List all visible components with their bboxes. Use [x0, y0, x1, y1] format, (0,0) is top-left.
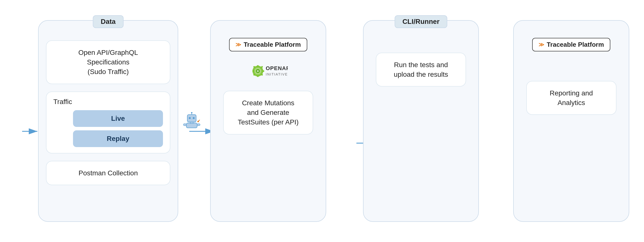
col1-panel: Data Open API/GraphQL Specifications (Su… — [38, 20, 178, 222]
col3-panel: CLI/Runner Run the tests and upload the … — [363, 20, 479, 222]
svg-rect-15 — [197, 124, 200, 126]
svg-text:OPENAPI: OPENAPI — [266, 65, 288, 71]
svg-point-8 — [189, 117, 191, 119]
col1-items: Open API/GraphQL Specifications (Sudo Tr… — [46, 40, 170, 185]
create-mutations-text: Create Mutations and Generate TestSuites… — [238, 99, 298, 126]
arrow-spacer-2 — [326, 20, 358, 222]
postman-collection-text: Postman Collection — [78, 169, 138, 177]
col4-inner: ≫ Traceable Platform Reporting and Analy… — [521, 38, 622, 115]
svg-rect-20 — [257, 65, 258, 67]
openapi-spec-card: Open API/GraphQL Specifications (Sudo Tr… — [46, 40, 170, 84]
col2-platform-badge: ≫ Traceable Platform — [229, 38, 307, 51]
col4-badge-icon: ≫ — [538, 42, 544, 48]
col3-label: CLI/Runner — [394, 15, 447, 28]
reporting-analytics-card: Reporting and Analytics — [526, 81, 616, 115]
col4-badge-text: Traceable Platform — [547, 41, 604, 49]
svg-rect-7 — [187, 115, 196, 122]
traffic-label: Traffic — [53, 98, 163, 106]
diagram-container: Data Open API/GraphQL Specifications (Su… — [15, 10, 629, 232]
openapi-logo-svg: OPENAPI INITIATIVE — [248, 61, 288, 81]
api-robot-icon — [183, 112, 200, 130]
run-tests-text: Run the tests and upload the results — [394, 61, 448, 78]
col4-panel: ≫ Traceable Platform Reporting and Analy… — [513, 20, 629, 222]
openapi-spec-text: Open API/GraphQL Specifications (Sudo Tr… — [78, 49, 138, 76]
svg-text:INITIATIVE: INITIATIVE — [266, 72, 288, 76]
svg-point-17 — [198, 121, 199, 122]
svg-rect-23 — [262, 70, 264, 72]
svg-rect-12 — [186, 123, 197, 128]
col2-badge-text: Traceable Platform — [244, 41, 301, 49]
traffic-section: Traffic Live Replay — [46, 92, 170, 153]
openapi-init-logo: OPENAPI INITIATIVE — [248, 61, 288, 81]
run-tests-card: Run the tests and upload the results — [376, 53, 466, 87]
svg-rect-22 — [252, 70, 254, 72]
svg-point-29 — [257, 70, 259, 72]
create-mutations-card: Create Mutations and Generate TestSuites… — [223, 91, 314, 135]
svg-rect-21 — [257, 75, 258, 77]
col2-panel: ≫ Traceable Platform — [210, 20, 326, 222]
postman-collection-card: Postman Collection — [46, 161, 170, 185]
replay-button[interactable]: Replay — [73, 130, 163, 147]
col1-label: Data — [93, 15, 124, 28]
svg-point-11 — [191, 112, 192, 113]
col4-platform-badge: ≫ Traceable Platform — [532, 38, 610, 51]
traffic-buttons: Live Replay — [73, 110, 163, 147]
reporting-analytics-text: Reporting and Analytics — [550, 89, 593, 107]
col2-badge-icon: ≫ — [236, 42, 241, 48]
col3-inner: Run the tests and upload the results — [371, 38, 471, 87]
svg-point-9 — [193, 117, 195, 119]
arrow-spacer-3 — [479, 20, 508, 222]
svg-rect-14 — [183, 124, 186, 126]
live-button[interactable]: Live — [73, 110, 163, 127]
robot-icon-area — [180, 20, 204, 222]
col2-inner: ≫ Traceable Platform — [218, 38, 318, 135]
svg-rect-13 — [190, 122, 193, 123]
